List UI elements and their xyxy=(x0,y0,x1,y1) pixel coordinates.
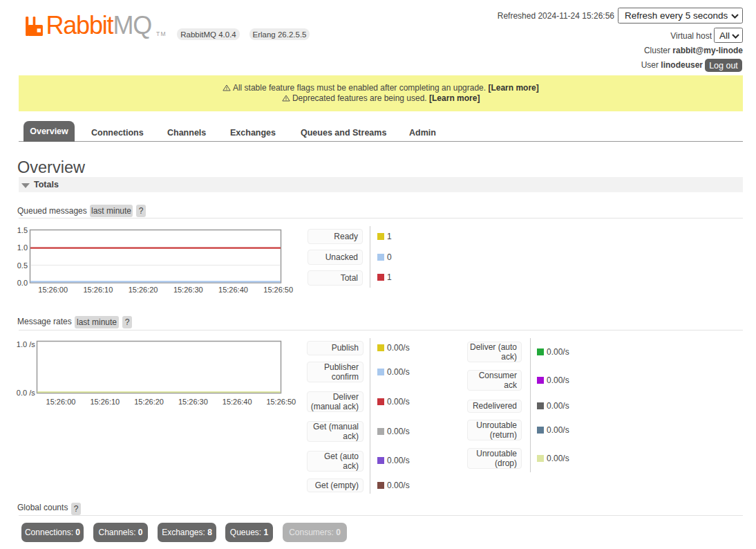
svg-text:15:26:50: 15:26:50 xyxy=(266,398,296,406)
svg-text:15:26:00: 15:26:00 xyxy=(46,398,76,406)
svg-text:0.0 /s: 0.0 /s xyxy=(17,389,35,397)
svg-text:1.0 /s: 1.0 /s xyxy=(17,340,35,348)
svg-text:15:26:10: 15:26:10 xyxy=(90,398,120,406)
svg-text:15:26:00: 15:26:00 xyxy=(38,286,68,294)
svg-text:15:26:50: 15:26:50 xyxy=(263,286,293,294)
svg-text:0.5: 0.5 xyxy=(17,261,28,270)
svg-text:15:26:30: 15:26:30 xyxy=(178,398,208,406)
svg-text:15:26:10: 15:26:10 xyxy=(83,286,113,294)
svg-text:15:26:40: 15:26:40 xyxy=(218,286,248,294)
svg-text:0.0: 0.0 xyxy=(17,279,28,287)
svg-text:1.5: 1.5 xyxy=(17,226,28,234)
svg-text:15:26:40: 15:26:40 xyxy=(223,398,252,406)
svg-text:15:26:20: 15:26:20 xyxy=(129,286,158,294)
svg-text:15:26:30: 15:26:30 xyxy=(173,286,203,294)
svg-text:15:26:20: 15:26:20 xyxy=(134,398,164,406)
svg-text:1.0: 1.0 xyxy=(17,243,28,252)
